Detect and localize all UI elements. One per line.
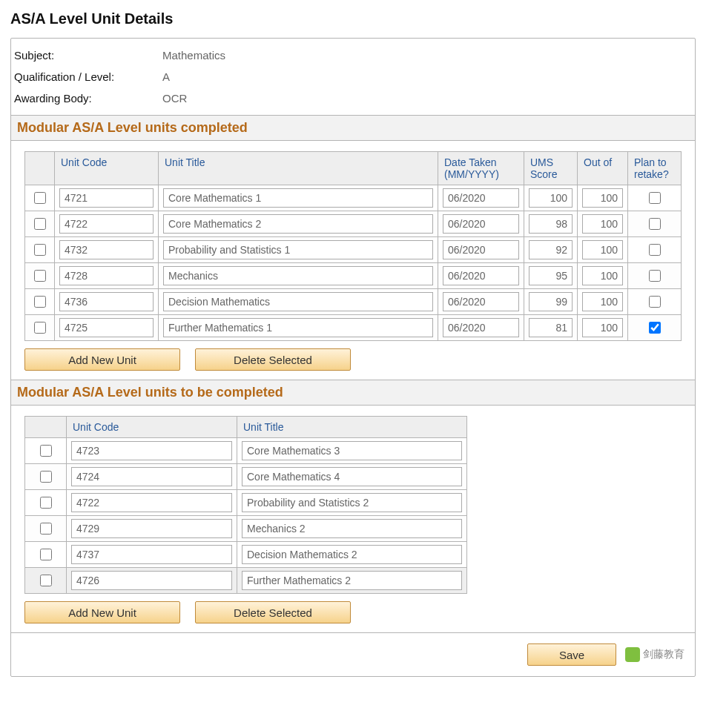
unit-code-input[interactable] [71, 545, 232, 564]
col-unit-title: Unit Title [159, 152, 438, 185]
unit-code-input[interactable] [59, 292, 154, 311]
add-new-unit-button[interactable]: Add New Unit [24, 601, 180, 623]
todo-units-table: Unit Code Unit Title [24, 416, 467, 594]
ums-score-input[interactable] [529, 318, 573, 337]
date-taken-input[interactable] [443, 292, 519, 311]
plan-retake-checkbox[interactable] [649, 192, 661, 204]
out-of-input[interactable] [582, 266, 623, 285]
page-title: AS/A Level Unit Details [10, 10, 696, 27]
out-of-input[interactable] [582, 214, 623, 234]
table-row [25, 185, 682, 211]
col-select [25, 152, 55, 185]
unit-code-input[interactable] [59, 188, 154, 208]
row-select-checkbox[interactable] [40, 549, 52, 560]
ums-score-input[interactable] [529, 266, 573, 285]
row-select-checkbox[interactable] [34, 322, 46, 334]
qualification-value: A [162, 70, 170, 83]
completed-section-heading: Modular AS/A Level units completed [11, 115, 695, 141]
awarding-body-value: OCR [162, 92, 187, 105]
ums-score-input[interactable] [529, 240, 573, 259]
unit-title-input[interactable] [163, 188, 433, 208]
qualification-label: Qualification / Level: [14, 70, 162, 83]
row-select-checkbox[interactable] [34, 192, 46, 204]
save-button[interactable]: Save [527, 643, 616, 666]
unit-code-input[interactable] [71, 519, 232, 538]
date-taken-input[interactable] [443, 188, 519, 208]
unit-title-input[interactable] [242, 519, 462, 538]
ums-score-input[interactable] [529, 292, 573, 311]
col-unit-code: Unit Code [55, 152, 159, 185]
unit-code-input[interactable] [71, 493, 232, 512]
table-row [25, 263, 682, 289]
row-select-checkbox[interactable] [40, 575, 52, 586]
add-new-unit-button[interactable]: Add New Unit [24, 348, 180, 371]
table-row [25, 490, 467, 516]
watermark-text: 剑藤教育 [643, 648, 684, 661]
unit-title-input[interactable] [163, 214, 433, 234]
unit-title-input[interactable] [163, 292, 433, 311]
out-of-input[interactable] [582, 240, 623, 259]
unit-code-input[interactable] [59, 240, 154, 259]
unit-title-input[interactable] [242, 441, 462, 460]
row-select-checkbox[interactable] [40, 523, 52, 535]
col-select [25, 417, 67, 438]
plan-retake-checkbox[interactable] [649, 322, 661, 334]
table-row [25, 289, 682, 315]
col-out-of: Out of [578, 152, 628, 185]
unit-title-input[interactable] [242, 571, 462, 590]
delete-selected-button[interactable]: Delete Selected [195, 348, 351, 371]
unit-title-input[interactable] [242, 493, 462, 512]
row-select-checkbox[interactable] [34, 270, 46, 282]
row-select-checkbox[interactable] [34, 218, 46, 230]
ums-score-input[interactable] [529, 188, 573, 208]
plan-retake-checkbox[interactable] [649, 270, 661, 282]
unit-code-input[interactable] [59, 214, 154, 234]
completed-units-table: Unit Code Unit Title Date Taken (MM/YYYY… [24, 151, 682, 341]
unit-title-input[interactable] [242, 467, 462, 486]
ums-score-input[interactable] [529, 214, 573, 234]
unit-title-input[interactable] [163, 318, 433, 337]
todo-section-heading: Modular AS/A Level units to be completed [11, 380, 695, 406]
footer: Save 剑藤教育 [11, 632, 695, 676]
subject-label: Subject: [14, 49, 162, 62]
row-select-checkbox[interactable] [40, 497, 52, 509]
row-select-checkbox[interactable] [34, 244, 46, 256]
row-select-checkbox[interactable] [34, 296, 46, 308]
table-row [25, 211, 682, 237]
plan-retake-checkbox[interactable] [649, 244, 661, 256]
date-taken-input[interactable] [443, 266, 519, 285]
out-of-input[interactable] [582, 318, 623, 337]
watermark: 剑藤教育 [625, 643, 684, 666]
row-select-checkbox[interactable] [40, 471, 52, 483]
col-ums-score: UMS Score [524, 152, 578, 185]
col-unit-title: Unit Title [237, 417, 467, 438]
subject-value: Mathematics [162, 49, 225, 62]
date-taken-input[interactable] [443, 240, 519, 259]
unit-code-input[interactable] [59, 318, 154, 337]
date-taken-input[interactable] [443, 318, 519, 337]
table-row [25, 542, 467, 568]
table-row [25, 237, 682, 263]
unit-title-input[interactable] [163, 240, 433, 259]
out-of-input[interactable] [582, 188, 623, 208]
out-of-input[interactable] [582, 292, 623, 311]
unit-code-input[interactable] [71, 441, 232, 460]
unit-code-input[interactable] [71, 571, 232, 590]
awarding-body-label: Awarding Body: [14, 92, 162, 105]
unit-title-input[interactable] [242, 545, 462, 564]
table-row [25, 568, 467, 594]
qualification-header: Subject: Mathematics Qualification / Lev… [11, 39, 695, 115]
plan-retake-checkbox[interactable] [649, 296, 661, 308]
unit-details-panel: Subject: Mathematics Qualification / Lev… [10, 38, 696, 677]
unit-code-input[interactable] [71, 467, 232, 486]
unit-code-input[interactable] [59, 266, 154, 285]
col-date-taken: Date Taken (MM/YYYY) [438, 152, 524, 185]
plan-retake-checkbox[interactable] [649, 218, 661, 230]
table-row [25, 464, 467, 490]
date-taken-input[interactable] [443, 214, 519, 234]
col-plan-retake: Plan to retake? [628, 152, 682, 185]
row-select-checkbox[interactable] [40, 445, 52, 457]
unit-title-input[interactable] [163, 266, 433, 285]
delete-selected-button[interactable]: Delete Selected [195, 601, 351, 623]
wechat-icon [625, 647, 640, 662]
